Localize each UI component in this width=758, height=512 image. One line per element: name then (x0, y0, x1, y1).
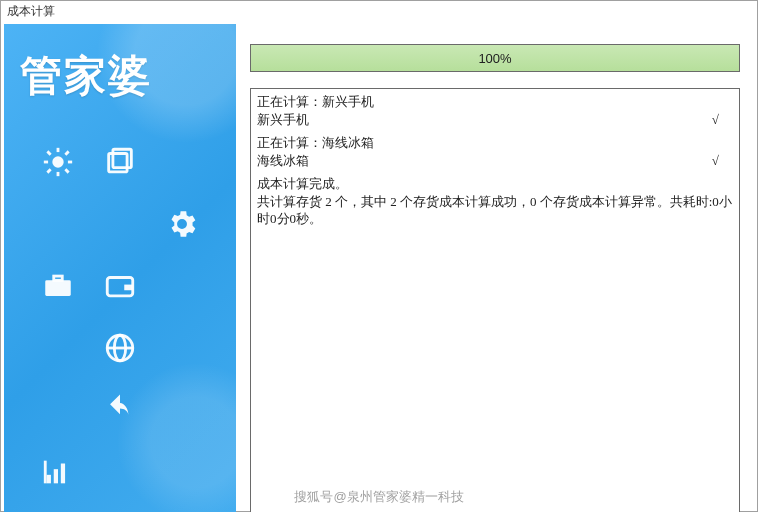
svg-rect-11 (45, 280, 71, 296)
svg-rect-12 (54, 276, 63, 280)
log-output: 正在计算：新兴手机 新兴手机 √ 正在计算：海线冰箱 海线冰箱 √ 成本计算完成… (250, 88, 740, 512)
svg-rect-14 (124, 285, 133, 291)
blank-icon (34, 506, 82, 512)
blank-icon (34, 196, 82, 252)
blank-icon (96, 444, 144, 500)
svg-point-0 (52, 156, 63, 167)
blank-icon (96, 196, 144, 252)
svg-rect-18 (47, 475, 51, 484)
progress-label: 100% (478, 51, 511, 66)
log-done: 成本计算完成。 (257, 175, 733, 193)
log-line: 海线冰箱 (257, 152, 309, 170)
check-mark-icon: √ (712, 152, 733, 170)
svg-rect-19 (54, 469, 58, 483)
log-line: 新兴手机 (257, 111, 309, 129)
svg-line-8 (65, 151, 68, 154)
log-line: 正在计算：新兴手机 (257, 93, 733, 111)
blank-icon (158, 134, 206, 190)
sun-icon (34, 134, 82, 190)
cost-calc-window: 成本计算 管家婆 (0, 0, 758, 512)
stack-icon (96, 134, 144, 190)
blank-icon (158, 382, 206, 438)
svg-rect-9 (113, 149, 131, 167)
bar-chart-icon (34, 444, 82, 500)
blank-icon (158, 320, 206, 376)
progress-bar: 100% (250, 44, 740, 72)
undo-icon (96, 382, 144, 438)
svg-line-7 (47, 169, 50, 172)
content-area: 100% 正在计算：新兴手机 新兴手机 √ 正在计算：海线冰箱 海线冰箱 √ (236, 24, 754, 512)
svg-rect-20 (61, 464, 65, 484)
briefcase-icon (34, 258, 82, 314)
sidebar: 管家婆 (4, 24, 236, 512)
blank-icon (34, 320, 82, 376)
svg-line-5 (47, 151, 50, 154)
brand-logo: 管家婆 (4, 24, 236, 114)
window-title: 成本计算 (1, 1, 757, 21)
body-area: 管家婆 (1, 21, 757, 512)
globe-icon (96, 320, 144, 376)
log-line: 正在计算：海线冰箱 (257, 134, 733, 152)
log-summary: 共计算存货 2 个，其中 2 个存货成本计算成功，0 个存货成本计算异常。共耗时… (257, 193, 733, 228)
gear-icon (158, 196, 206, 252)
sidebar-icon-grid (4, 114, 236, 512)
check-mark-icon: √ (712, 111, 733, 129)
svg-line-6 (65, 169, 68, 172)
blank-icon (34, 382, 82, 438)
star-icon (96, 506, 144, 512)
svg-rect-10 (109, 154, 127, 172)
pie-chart-icon (158, 506, 206, 512)
blank-icon (158, 258, 206, 314)
blank-icon (158, 444, 206, 500)
wallet-icon (96, 258, 144, 314)
